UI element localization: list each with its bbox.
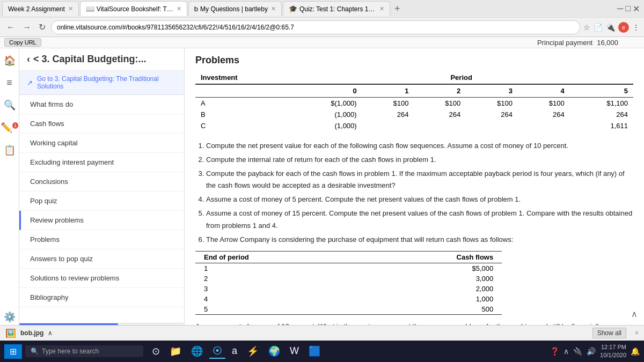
copy-url-button[interactable]: Copy URL	[4, 38, 41, 47]
sidebar-header[interactable]: ‹ < 3. Capital Budgeting:...	[19, 48, 184, 71]
back-button[interactable]: ←	[4, 21, 17, 33]
sidebar-item-solutions-review[interactable]: Solutions to review problems	[19, 269, 184, 288]
col-period: Period	[289, 71, 633, 84]
arrow-col2: Cash flows	[360, 251, 502, 263]
row-a-5: $1,100	[570, 98, 633, 109]
tab-bartleby-close[interactable]: ✕	[271, 5, 276, 12]
row-b-3: 264	[466, 109, 518, 120]
problems-title: Problems	[195, 55, 633, 66]
nav-bar: ← → ↻ ☆ 📄 🔌 e ⋮	[0, 17, 644, 36]
sidebar-item-cash-flows[interactable]: Cash flows	[19, 114, 184, 134]
sidebar-item-label: Bibliography	[30, 293, 69, 301]
search-left-icon[interactable]: 🔍	[2, 97, 18, 113]
taskbar-speaker-icon[interactable]: 🔊	[587, 347, 596, 356]
taskbar-question-icon[interactable]: ❓	[550, 347, 559, 356]
taskbar-chevron-icon[interactable]: ∧	[564, 347, 569, 356]
address-bar[interactable]	[51, 20, 580, 34]
tab-quiz-favicon: 🎓	[289, 5, 297, 13]
new-tab-button[interactable]: +	[391, 3, 404, 14]
taskbar-firefox[interactable]: 🌍	[265, 344, 283, 359]
settings-left-icon[interactable]: ⚙️	[2, 309, 18, 325]
start-button[interactable]: ⊞	[4, 344, 22, 359]
main-area: 🏠 ≡ 🔍 ✏️1 📋 ⚙️ ‹ < 3. Capital Budgeting:…	[0, 48, 644, 325]
sidebar-item-pop-quiz[interactable]: Pop quiz	[19, 191, 184, 211]
arrow-row-1: 1 $5,000	[195, 263, 502, 274]
sidebar-item-label: Pop quiz	[30, 197, 57, 205]
col-investment: Investment	[195, 71, 289, 84]
col-h6: 5	[570, 84, 633, 98]
taskbar-edge[interactable]: 🌐	[188, 344, 206, 359]
taskbar-cortana[interactable]: ⊙	[149, 344, 163, 359]
refresh-button[interactable]: ↻	[36, 21, 48, 33]
sidebar-item-working-capital[interactable]: Working capital	[19, 134, 184, 153]
sidebar-item-answers-pop-quiz[interactable]: Answers to pop quiz	[19, 249, 184, 269]
taskbar-file-explorer[interactable]: 📁	[166, 344, 185, 359]
sidebar-left-icons: 🏠 ≡ 🔍 ✏️1 📋 ⚙️	[0, 48, 19, 325]
taskbar-lightning[interactable]: ⚡	[244, 344, 262, 359]
problem-6: The Arrow Company is considering the pur…	[206, 234, 633, 246]
tab-quiz[interactable]: 🎓 Quiz: Test 1: Chapters 1 & 2 ✕	[283, 1, 390, 16]
sidebar-items: What firms do Cash flows Working capital…	[19, 95, 184, 323]
chevron-up-icon[interactable]: ∧	[48, 329, 53, 337]
tab-bartleby[interactable]: b My Questions | bartleby ✕	[188, 1, 282, 16]
forward-button[interactable]: →	[20, 21, 33, 33]
tab-week2[interactable]: Week 2 Assignment ✕	[2, 1, 79, 16]
tab-week2-label: Week 2 Assignment	[8, 5, 65, 13]
taskbar-time-display: 12:17 PM	[600, 343, 626, 351]
row-a-0: $(1,000)	[289, 98, 362, 109]
toc-icon[interactable]: ≡	[4, 75, 14, 91]
close-window-icon[interactable]: ✕	[633, 4, 640, 14]
problems-text: Compute the net present value for each o…	[195, 140, 633, 246]
col-h0	[195, 84, 289, 98]
tab-quiz-close[interactable]: ✕	[379, 5, 384, 12]
sidebar-item-problems[interactable]: Problems	[19, 230, 184, 249]
account-icon[interactable]: e	[618, 22, 629, 33]
minimize-icon[interactable]: ─	[617, 4, 623, 14]
arrow-row-3: 3 2,000	[195, 284, 502, 294]
menu-icon[interactable]: ⋮	[632, 23, 640, 32]
sidebar-item-label: Answers to pop quiz	[30, 255, 93, 263]
taskbar-search[interactable]: 🔍 Type here to search	[25, 345, 143, 357]
arrow-row-2: 2 3,000	[195, 274, 502, 284]
sidebar-item-conclusions[interactable]: Conclusions	[19, 172, 184, 191]
sidebar-item-excluding-interest[interactable]: Excluding interest payment	[19, 153, 184, 172]
tab-week2-close[interactable]: ✕	[68, 5, 73, 12]
browser-chrome: Week 2 Assignment ✕ 📖 VitalSource Booksh…	[0, 0, 644, 37]
taskbar-chrome[interactable]: ⦿	[209, 344, 225, 359]
pdf-icon[interactable]: 📄	[594, 23, 603, 32]
restore-icon[interactable]: □	[625, 4, 631, 14]
copy-url-bar: Copy URL Principal payment 16,000	[0, 37, 644, 48]
taskbar-word[interactable]: W	[287, 344, 302, 359]
sidebar-item-review-problems[interactable]: Review problems	[19, 211, 184, 230]
problem-4: Assume a cost of money of 5 percent. Com…	[206, 194, 633, 205]
bookmark-icon[interactable]: ☆	[583, 23, 590, 32]
sidebar-item-label: Review problems	[30, 216, 84, 224]
tab-vitalsource-close[interactable]: ✕	[177, 5, 181, 12]
sidebar-item-label: What firms do	[30, 100, 73, 108]
tab-vitalsource-favicon: 📖	[86, 5, 94, 13]
show-all-button[interactable]: Show all	[592, 328, 626, 338]
file-preview-close-icon[interactable]: ×	[635, 329, 639, 337]
row-c-0: (1,000)	[289, 120, 362, 131]
sidebar-item-what-firms-do[interactable]: What firms do	[19, 95, 184, 114]
sidebar-item-label: Conclusions	[30, 178, 68, 186]
row-c-5: 1,611	[570, 120, 633, 131]
sidebar-go-to[interactable]: ↗ Go to 3. Capital Budgeting: The Tradit…	[19, 71, 184, 95]
taskbar-amazon[interactable]: a	[229, 344, 240, 359]
arrow-value-5: 500	[360, 304, 502, 315]
taskbar-network-icon[interactable]: 🔌	[573, 347, 582, 356]
sidebar-item-bibliography[interactable]: Bibliography	[19, 288, 184, 307]
extension-icon[interactable]: 🔌	[606, 23, 615, 32]
notes-icon[interactable]: ✏️1	[0, 120, 20, 136]
taskbar-teams[interactable]: 🟦	[305, 344, 324, 359]
arrow-table: End of period Cash flows 1 $5,000 2 3,00…	[195, 251, 502, 315]
taskbar-notification-icon[interactable]: 🔔	[631, 347, 640, 356]
col-h1: 0	[289, 84, 362, 98]
home-icon[interactable]: 🏠	[2, 53, 18, 69]
tab-vitalsource[interactable]: 📖 VitalSource Bookshelf: The Capit... ✕	[80, 1, 187, 16]
scroll-up-icon[interactable]: ∧	[631, 309, 638, 319]
go-to-label: Go to 3. Capital Budgeting: The Traditio…	[37, 75, 177, 90]
arrow-period-5: 5	[195, 304, 360, 315]
flashcard-icon[interactable]: 📋	[2, 142, 18, 158]
tab-bartleby-label: My Questions | bartleby	[200, 5, 268, 13]
